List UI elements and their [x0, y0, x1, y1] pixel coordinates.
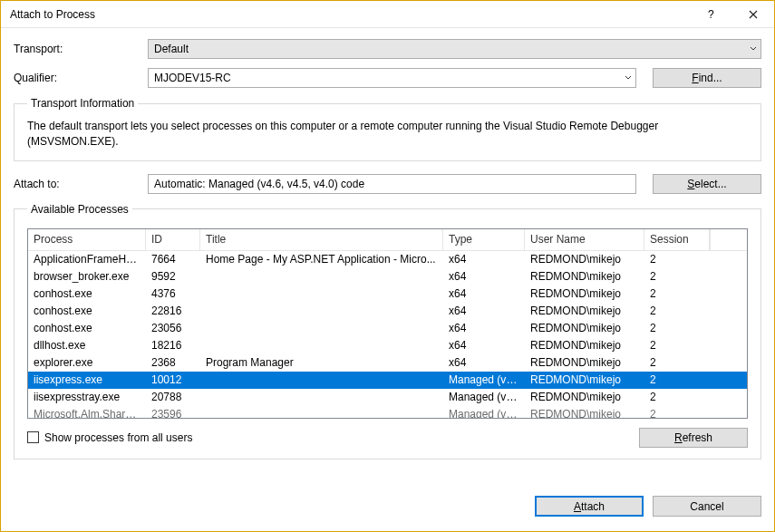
cell: ApplicationFrameHos... [28, 252, 146, 266]
table-row[interactable]: explorer.exe2368Program Managerx64REDMON… [28, 354, 747, 372]
cell: x64 [443, 321, 525, 335]
col-type[interactable]: Type [443, 229, 525, 250]
cell: x64 [443, 252, 525, 266]
cell [200, 293, 443, 295]
attach-to-label: Attach to: [14, 178, 140, 190]
cell: 2368 [146, 355, 200, 370]
table-row[interactable]: conhost.exe23056x64REDMOND\mikejo2 [28, 320, 747, 337]
dialog-buttons: Attach Cancel [1, 483, 774, 531]
checkbox-icon [27, 431, 39, 443]
cell: REDMOND\mikejo [525, 338, 644, 353]
show-all-users-checkbox[interactable]: Show processes from all users [27, 431, 192, 444]
table-row[interactable]: conhost.exe22816x64REDMOND\mikejo2 [28, 303, 747, 320]
cell: 2 [644, 286, 710, 301]
qualifier-value: MJODEV15-RC [154, 72, 231, 84]
col-user[interactable]: User Name [525, 229, 644, 250]
chevron-down-icon [625, 72, 632, 84]
col-session[interactable]: Session [644, 229, 710, 250]
process-table: Process ID Title Type User Name Session … [27, 228, 748, 419]
table-row[interactable]: Microsoft.Alm.Shared....23596Managed (v4… [28, 406, 747, 418]
cell: 23596 [146, 407, 200, 418]
table-header: Process ID Title Type User Name Session [28, 229, 747, 251]
cell: conhost.exe [28, 286, 146, 301]
table-row[interactable]: ApplicationFrameHos...7664Home Page - My… [28, 251, 747, 268]
cell: 4376 [146, 286, 200, 301]
cell: 2 [644, 338, 710, 353]
svg-text:?: ? [708, 10, 714, 19]
cell [200, 379, 443, 381]
cell [200, 310, 443, 312]
cell: 2 [644, 407, 710, 418]
col-process[interactable]: Process [28, 229, 146, 250]
col-title[interactable]: Title [200, 229, 443, 250]
cell: REDMOND\mikejo [525, 286, 644, 301]
close-button[interactable] [732, 1, 774, 28]
available-processes-legend: Available Processes [27, 203, 132, 216]
cancel-label: Cancel [690, 500, 723, 513]
processes-bottom-row: Show processes from all users Refresh [27, 428, 748, 448]
cell: Managed (v4.... [443, 390, 525, 404]
find-button[interactable]: Find... [653, 68, 761, 88]
cell: conhost.exe [28, 304, 146, 318]
help-button[interactable]: ? [691, 1, 732, 28]
table-row[interactable]: conhost.exe4376x64REDMOND\mikejo2 [28, 285, 747, 303]
cell: 2 [644, 321, 710, 335]
cell: browser_broker.exe [28, 269, 146, 284]
select-button[interactable]: Select... [653, 174, 761, 194]
cell: 2 [644, 252, 710, 266]
cell: Program Manager [200, 355, 443, 370]
table-body[interactable]: ApplicationFrameHos...7664Home Page - My… [28, 251, 747, 418]
cell: REDMOND\mikejo [525, 252, 644, 266]
attach-to-process-dialog: Attach to Process ? Transport: Default Q… [0, 0, 775, 532]
table-row[interactable]: browser_broker.exe9592x64REDMOND\mikejo2 [28, 268, 747, 285]
cell: x64 [443, 355, 525, 370]
cell: x64 [443, 269, 525, 284]
cell: 2 [644, 390, 710, 404]
cell [200, 327, 443, 329]
cell: 2 [644, 269, 710, 284]
window-title: Attach to Process [10, 8, 691, 21]
cell: REDMOND\mikejo [525, 304, 644, 318]
cell: 2 [644, 304, 710, 318]
table-row[interactable]: iisexpresstray.exe20788Managed (v4....RE… [28, 389, 747, 406]
dialog-content: Transport: Default Qualifier: MJODEV15-R… [1, 28, 774, 483]
cell: 20788 [146, 390, 200, 404]
cell: 10012 [146, 372, 200, 387]
cell: iisexpress.exe [28, 372, 146, 387]
cell: x64 [443, 286, 525, 301]
cell: 23056 [146, 321, 200, 335]
col-id[interactable]: ID [146, 229, 200, 250]
cell: REDMOND\mikejo [525, 372, 644, 387]
cell: REDMOND\mikejo [525, 407, 644, 418]
table-row[interactable]: iisexpress.exe10012Managed (v4....REDMON… [28, 372, 747, 389]
cell: 22816 [146, 304, 200, 318]
transport-value: Default [154, 43, 189, 55]
table-row[interactable]: dllhost.exe18216x64REDMOND\mikejo2 [28, 337, 747, 354]
cell [200, 413, 443, 415]
cell: REDMOND\mikejo [525, 390, 644, 404]
attach-button[interactable]: Attach [535, 496, 644, 517]
cell: x64 [443, 304, 525, 318]
cell: iisexpresstray.exe [28, 390, 146, 404]
titlebar: Attach to Process ? [1, 1, 774, 28]
attach-to-value: Automatic: Managed (v4.6, v4.5, v4.0) co… [154, 178, 364, 190]
transport-info-text: The default transport lets you select pr… [27, 119, 748, 150]
cell: 9592 [146, 269, 200, 284]
qualifier-dropdown[interactable]: MJODEV15-RC [148, 68, 636, 88]
cell: explorer.exe [28, 355, 146, 370]
horizontal-scrollbar[interactable] [28, 418, 747, 419]
cell: 7664 [146, 252, 200, 266]
refresh-button[interactable]: Refresh [639, 428, 748, 448]
qualifier-label: Qualifier: [14, 72, 140, 84]
cell [200, 276, 443, 277]
cell [200, 396, 443, 398]
cell: Managed (v4.... [443, 407, 525, 418]
cell: 2 [644, 355, 710, 370]
transport-dropdown[interactable]: Default [148, 39, 761, 59]
cancel-button[interactable]: Cancel [653, 496, 761, 517]
cell: Managed (v4.... [443, 372, 525, 387]
cell: conhost.exe [28, 321, 146, 335]
cell [200, 344, 443, 346]
cell: Microsoft.Alm.Shared.... [28, 407, 146, 418]
cell: REDMOND\mikejo [525, 321, 644, 335]
